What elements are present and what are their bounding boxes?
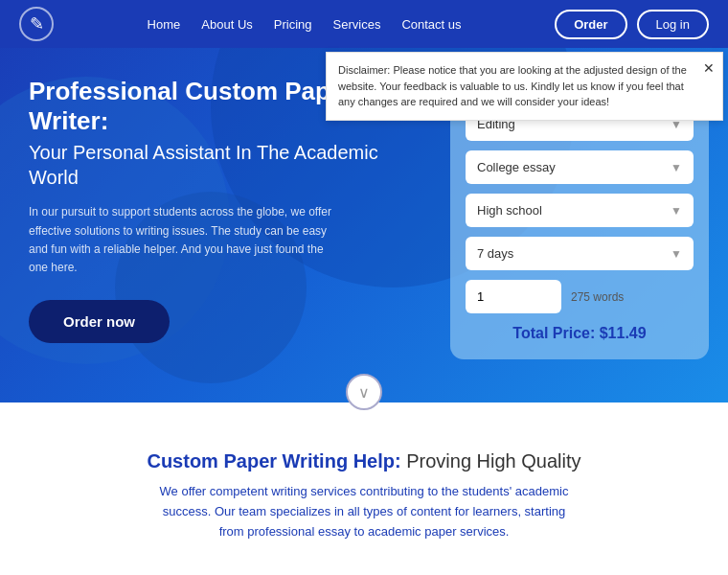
nav-home[interactable]: Home [148,17,181,32]
level-dropdown-label: High school [477,203,542,218]
pages-row: 275 words [466,280,694,313]
section-subtitle: We offer competent writing services cont… [153,482,575,541]
scroll-down-button[interactable]: ∨ [346,374,382,410]
level-dropdown-arrow: ▼ [671,204,682,218]
navbar: ✎ Home About Us Pricing Services Contact… [0,0,728,48]
total-price: Total Price: $11.49 [466,325,694,342]
logo: ✎ [19,7,54,41]
hero-order-now-button[interactable]: Order now [29,300,170,343]
deadline-dropdown-arrow: ▼ [671,247,682,261]
hero-description: In our pursuit to support students acros… [29,203,335,277]
disclaimer-close-icon[interactable]: ✕ [703,58,715,79]
pages-input[interactable] [466,280,561,313]
section-title: Custom Paper Writing Help: Proving High … [147,450,580,472]
deadline-dropdown-label: 7 days [477,246,513,261]
disclaimer-banner: Disclaimer: Please notice that you are l… [326,52,723,121]
login-button[interactable]: Log in [637,10,709,39]
nav-actions: Order Log in [555,10,709,39]
deadline-dropdown[interactable]: 7 days ▼ [466,237,694,270]
level-dropdown[interactable]: High school ▼ [466,194,694,227]
words-count: 275 words [571,290,624,304]
nav-contact[interactable]: Contact us [401,17,461,32]
chevron-down-icon: ∨ [358,383,370,402]
disclaimer-text: Disclaimer: Please notice that you are l… [338,64,687,107]
below-hero-section: Custom Paper Writing Help: Proving High … [0,402,728,575]
nav-pricing[interactable]: Pricing [274,17,312,32]
subject-dropdown[interactable]: College essay ▼ [466,150,694,184]
nav-about[interactable]: About Us [201,17,252,32]
section-title-bold: Custom Paper Writing Help: [147,450,400,472]
nav-links: Home About Us Pricing Services Contact u… [148,17,462,32]
subject-dropdown-arrow: ▼ [671,161,682,174]
nav-services[interactable]: Services [333,17,381,32]
section-title-normal: Proving High Quality [406,450,580,472]
order-button[interactable]: Order [555,10,626,39]
hero-title-normal: Your Personal Assistant In The Academic … [29,140,393,190]
subject-dropdown-label: College essay [477,160,556,174]
